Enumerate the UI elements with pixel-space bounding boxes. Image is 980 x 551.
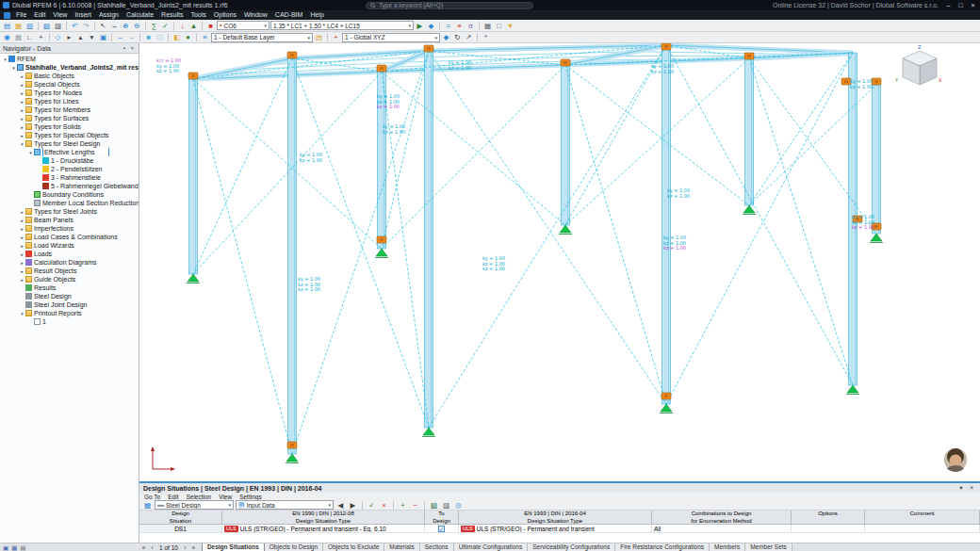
tree-item-types-for-members[interactable]: ▸Types for Members — [0, 105, 139, 114]
tree-item-effective-lengths[interactable]: ▾Effective Lengths — [0, 148, 139, 156]
expand-icon[interactable]: ▸ — [19, 268, 25, 274]
tree-item-steel-joint-design[interactable]: Steel Joint Design — [0, 300, 139, 309]
ortho-icon[interactable]: ∟ — [24, 32, 35, 42]
panel-toggle-icon[interactable]: □ — [494, 21, 504, 31]
zoom-out-icon[interactable]: ⊖ — [132, 21, 142, 31]
open-model-icon[interactable]: ▦ — [13, 21, 24, 31]
tab-sections[interactable]: Sections — [420, 543, 454, 551]
tree-item-1-druckst-be[interactable]: 1 - Druckstäbe — [0, 156, 139, 165]
grid-icon[interactable]: ▦ — [13, 32, 24, 42]
menu-help[interactable]: Help — [306, 10, 327, 20]
tree-item-rfem[interactable]: ▾RFEM — [0, 55, 139, 63]
layers-icon[interactable]: ≡ — [200, 32, 210, 42]
viewport[interactable]: kcr = 1.00ky = 1.00kz = 1.00ky = 1.00kz … — [139, 43, 980, 481]
tree-item-3-rahmenstiele[interactable]: 3 - Rahmenstiele — [0, 173, 139, 182]
tree-item-load-wizards[interactable]: ▸Load Wizards — [0, 241, 139, 250]
tree-item-types-for-lines[interactable]: ▸Types for Lines — [0, 97, 139, 105]
render-solid-icon[interactable]: ■ — [143, 32, 154, 42]
tree-item-types-for-special-objects[interactable]: ▸Types for Special Objects — [0, 131, 139, 139]
cancel-icon[interactable]: × — [379, 500, 389, 510]
pan-icon[interactable]: ↔ — [109, 21, 120, 31]
tree-item-types-for-solids[interactable]: ▸Types for Solids — [0, 122, 139, 131]
tree-item-types-for-nodes[interactable]: ▸Types for Nodes — [0, 89, 139, 97]
prev-table-icon[interactable]: ◀ — [335, 500, 346, 510]
zoom-in-icon[interactable]: ⊕ — [121, 21, 131, 31]
tree-item-printout-reports[interactable]: ▾Printout Reports — [0, 309, 139, 317]
guidelines-icon[interactable]: + — [36, 32, 46, 42]
tree-item-results[interactable]: Results — [0, 284, 139, 292]
menu-file[interactable]: File — [12, 10, 30, 20]
coordinate-system-combo[interactable]: 1 - Global XYZ ▾ — [342, 33, 440, 42]
expand-icon[interactable]: ▸ — [19, 99, 25, 105]
search-table-icon[interactable]: ◎ — [453, 500, 464, 510]
previous-view-icon[interactable]: ← — [115, 32, 125, 42]
tree-item-imperfections[interactable]: ▸Imperfections — [0, 224, 139, 233]
tab-design-situations[interactable]: Design Situations — [202, 543, 265, 551]
undo-icon[interactable]: ↶ — [70, 21, 80, 31]
cs-manager-icon[interactable]: ◆ — [441, 32, 451, 42]
menu-edit[interactable]: Edit — [30, 10, 49, 20]
zoom-extents-icon[interactable]: ▣ — [98, 32, 108, 42]
panel-header-icons[interactable]: ▾ × — [959, 484, 976, 492]
expand-icon[interactable]: ▸ — [19, 90, 25, 96]
internal-forces-icon[interactable]: ≡ — [454, 21, 465, 31]
tree-item-beam-panels[interactable]: ▸Beam Panels — [0, 216, 139, 224]
insert-row-icon[interactable]: + — [398, 500, 408, 510]
expand-icon[interactable]: ▸ — [19, 277, 25, 283]
next-view-icon[interactable]: → — [126, 32, 137, 42]
view-y-icon[interactable]: ▴ — [75, 32, 86, 42]
expand-icon[interactable]: ▸ — [19, 73, 25, 79]
fullscreen-icon[interactable]: ↗ — [464, 32, 474, 42]
base-layer-combo[interactable]: 1 - Default Base Layer ▾ — [211, 33, 313, 42]
expand-icon[interactable]: ▸ — [19, 260, 25, 266]
render-wireframe-icon[interactable]: □ — [155, 32, 165, 42]
maximize-button[interactable]: □ — [955, 0, 967, 10]
tree-item-boundary-conditions[interactable]: Boundary Conditions — [0, 190, 139, 199]
structure-canvas[interactable]: kcr = 1.00ky = 1.00kz = 1.00ky = 1.00kz … — [139, 43, 980, 481]
expand-icon[interactable]: ▸ — [19, 243, 25, 249]
tree-item-guide-objects[interactable]: ▸Guide Objects — [0, 275, 139, 284]
apply-icon[interactable]: ✓ — [367, 500, 377, 510]
tree-item-types-for-steel-joints[interactable]: ▸Types for Steel Joints — [0, 207, 139, 216]
coordinate-system-icon[interactable]: + — [331, 32, 341, 42]
excel-export-icon[interactable]: ▧ — [429, 500, 439, 510]
tree-item-steel-design[interactable]: Steel Design — [0, 292, 139, 300]
to-design-checkbox[interactable]: ✓ — [438, 526, 445, 532]
tab-objects-to-exclude[interactable]: Objects to Exclude — [323, 543, 384, 551]
view-x-icon[interactable]: ▸ — [64, 32, 74, 42]
clipping-plane-icon[interactable]: ◧ — [172, 32, 182, 42]
collapse-icon[interactable]: ▾ — [2, 57, 8, 62]
settings-icon[interactable]: * — [481, 32, 491, 42]
tree-item-5-rahmenriegel-giebelwand[interactable]: 5 - Rahmenriegel Giebelwand — [0, 182, 139, 190]
tables-icon[interactable]: ▦ — [482, 21, 493, 31]
combination-formula-combo[interactable]: 1.35 * LC1 + 1.50 * LC4 + LC15 ▾ — [270, 21, 414, 30]
status-grid-icon[interactable]: ▤ — [20, 543, 25, 551]
print-table-icon[interactable]: ▨ — [441, 500, 451, 510]
menu-results[interactable]: Results — [157, 10, 187, 20]
filter-results-icon[interactable]: ▼ — [505, 21, 515, 31]
expand-icon[interactable]: ▸ — [19, 209, 25, 215]
check-model-icon[interactable]: ✓ — [160, 21, 171, 31]
tree-item-types-for-surfaces[interactable]: ▸Types for Surfaces — [0, 114, 139, 122]
tree-item-1[interactable]: 1 — [0, 317, 139, 326]
table-row[interactable]: DS1ULSULS (STR/GEO) - Permanent and tran… — [139, 525, 980, 533]
collapse-icon[interactable]: ▾ — [19, 311, 25, 316]
tab-fire-resistance-configurations[interactable]: Fire Resistance Configurations — [615, 543, 710, 551]
previous-page-button[interactable]: ‹ — [148, 544, 156, 551]
expand-icon[interactable]: ▸ — [19, 107, 25, 113]
supports-icon[interactable]: ▲ — [188, 21, 199, 31]
expand-icon[interactable]: ▸ — [19, 251, 25, 257]
tab-serviceability-configurations[interactable]: Serviceability Configurations — [528, 543, 615, 551]
menu-options[interactable]: Options — [210, 10, 240, 20]
design-type-combo[interactable]: ▬ Steel Design ▾ — [155, 500, 234, 510]
tree-item-2-pendelst-tzen[interactable]: 2 - Pendelstützen — [0, 165, 139, 173]
new-model-icon[interactable]: ▤ — [2, 21, 12, 31]
panel-menu-view[interactable]: View — [219, 494, 232, 500]
deformation-icon[interactable]: ≈ — [443, 21, 453, 31]
close-button[interactable]: × — [967, 0, 979, 10]
tree-item-member-local-section-reductions[interactable]: Member Local Section Reductions — [0, 199, 139, 207]
rotate-view-icon[interactable]: ↻ — [452, 32, 463, 42]
tab-members[interactable]: Members — [710, 543, 745, 551]
menu-insert[interactable]: Insert — [71, 10, 95, 20]
tree-item-result-objects[interactable]: ▸Result Objects — [0, 267, 139, 275]
